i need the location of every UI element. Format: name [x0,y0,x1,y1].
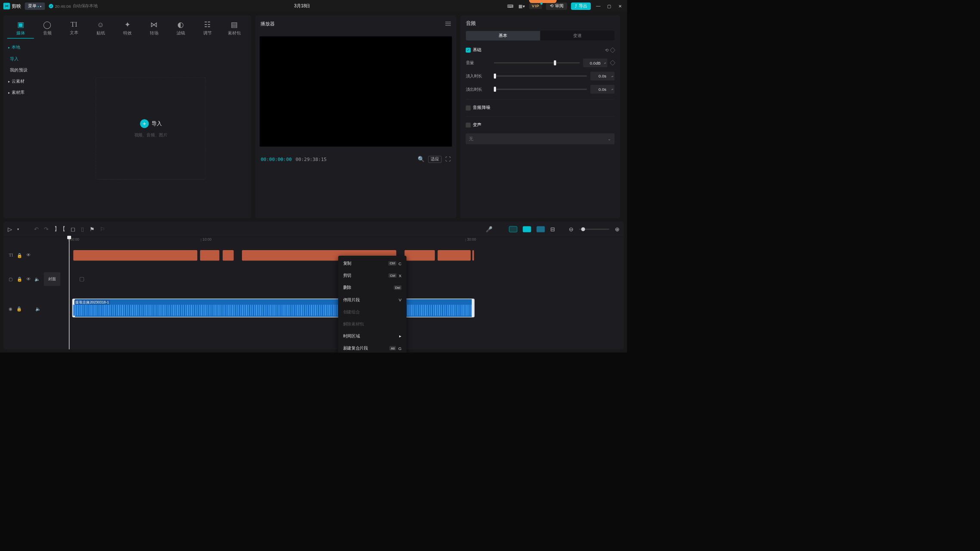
timeline-toolbar: ▷ ▾ ↶ ↷ 】【 ◻ ▯ ⚑ ⚐ 🎤 ⊟ ⊖ ⊕ [3,222,624,237]
mute-icon[interactable]: 🔈 [35,306,41,311]
lock-icon[interactable]: 🔒 [16,306,22,311]
text-clip[interactable] [405,250,435,260]
track-toggle-a[interactable] [509,226,517,232]
reset-icon[interactable]: ⟲ [605,47,608,53]
cursor-tool[interactable]: ▷ [8,226,12,232]
cursor-dropdown[interactable]: ▾ [17,227,19,231]
frame-icon: ▢ [79,276,84,282]
mute-icon[interactable]: 🔈 [34,276,40,282]
sticker-icon: ☺ [97,20,104,29]
tree-local[interactable]: 本地 [3,42,50,53]
tab-sticker[interactable]: ☺贴纸 [87,18,114,38]
inspector-tabs: 基本 变速 [466,31,615,40]
zoom-out-button[interactable]: ⊖ [569,226,574,232]
denoise-label: 音频降噪 [473,105,614,111]
eye-icon[interactable]: 👁 [26,253,31,258]
crop-button[interactable]: ◻ [71,226,75,232]
tab-transition[interactable]: ⋈转场 [141,18,167,38]
align-icon[interactable]: ⊟ [550,226,555,232]
track-toggle-b[interactable] [523,226,531,232]
text-clip[interactable] [200,250,220,260]
project-date: 3月18日 [294,3,310,9]
tree-my-presets[interactable]: 我的预设 [3,65,50,76]
ctx-disable[interactable]: 停用片段 V [338,294,406,306]
eye-icon[interactable]: 👁 [26,277,31,282]
dropdown-icon: ● [37,5,39,8]
menu-label: 菜单 [28,3,36,9]
volume-value[interactable]: 0.0dB▴▾ [583,59,607,67]
tab-audio[interactable]: ◯音频 [34,18,61,38]
text-clip[interactable] [223,250,234,260]
tree-cloud[interactable]: 云素材 [3,76,50,87]
playhead[interactable] [69,237,69,349]
fullscreen-icon[interactable]: ⛶ [445,156,451,163]
text-clip[interactable] [437,250,471,260]
maximize-button[interactable]: ▢ [606,3,613,10]
voice-select[interactable]: 无 ⌄ [466,133,615,145]
keyframe-icon[interactable] [610,60,615,66]
fadeout-value[interactable]: 0.0s▴▾ [590,85,614,93]
split-button[interactable]: 】【 [54,226,65,233]
tab-adjust[interactable]: ☷调节 [194,18,221,38]
ctx-cut[interactable]: 剪切 CtrlX [338,269,406,282]
basic-checkbox[interactable]: ✓ [466,47,471,53]
ctx-delete[interactable]: 删除 Del [338,282,406,294]
tree-library[interactable]: 素材库 [3,87,50,98]
player-viewport[interactable] [260,36,452,146]
keyboard-icon[interactable]: ⌨ [507,3,514,10]
voice-checkbox[interactable] [466,122,471,127]
tab-media[interactable]: ▣媒体 [7,18,34,38]
cover-button[interactable]: 封面 [44,272,60,286]
tool-tabs: ▣媒体 ◯音频 TI文本 ☺贴纸 ✦特效 ⋈转场 ◐滤镜 ☷调节 ▤素材包 [3,15,251,39]
export-button[interactable]: ⤴ 导出 [571,2,591,9]
undo-button[interactable]: ↶ [34,226,39,232]
audio-clip[interactable]: 提取音频20230318-1 [72,299,474,318]
ctx-copy[interactable]: 复制 CtrlC [338,257,406,269]
zoom-in-button[interactable]: ⊕ [615,226,620,232]
ctx-compound[interactable]: 新建复合片段 AltG [338,342,406,353]
delete-left-button[interactable]: ▯ [81,226,84,232]
tab-filter[interactable]: ◐滤镜 [167,18,194,38]
titlebar: ✂ 剪映 菜单 ● ▾ 20:46:06 自动保存本地 3月18日 ⌨ ▦▾ V… [0,0,627,12]
fadein-value[interactable]: 0.0s▴▾ [590,71,614,80]
denoise-checkbox[interactable] [466,105,471,111]
close-button[interactable]: ✕ [617,3,624,10]
fadein-slider[interactable] [494,75,587,77]
minimize-button[interactable]: — [595,3,602,10]
clip-handle-right[interactable] [472,299,474,317]
mic-icon[interactable]: 🎤 [486,226,493,232]
fit-button[interactable]: 适应 [428,156,442,163]
volume-slider[interactable] [494,62,580,64]
tab-package[interactable]: ▤素材包 [221,18,248,38]
ctx-range[interactable]: 时间区域 ▸ [338,330,406,342]
chevron-down-icon: ⌄ [608,136,611,142]
marker-clear-button[interactable]: ⚐ [100,226,105,232]
tab-speed[interactable]: 变速 [540,31,614,40]
vip-badge[interactable]: VIP [529,3,542,9]
player-menu-icon[interactable] [445,22,451,26]
lock-icon[interactable]: 🔒 [17,276,22,282]
lock-icon[interactable]: 🔒 [17,253,22,258]
menu-button[interactable]: 菜单 ● ▾ [25,2,45,9]
review-button[interactable]: ⟲ 审阅 [546,2,567,9]
tab-text[interactable]: TI文本 [61,18,87,38]
keyframe-icon[interactable] [610,47,615,53]
import-dropzone[interactable]: + 导入 视频、音频、图片 [96,77,206,180]
text-clip[interactable] [472,250,474,260]
text-clip[interactable] [73,250,197,260]
marker-button[interactable]: ⚑ [90,226,95,232]
review-icon: ⟲ [550,3,553,9]
redo-button[interactable]: ↷ [44,226,49,232]
timeline-ruler[interactable]: 00:00 10:00 30:00 [68,237,624,243]
zoom-slider[interactable] [579,229,609,230]
track-toggle-c[interactable] [537,226,545,232]
zoom-icon[interactable]: 🔍 [418,156,425,162]
tree-import[interactable]: 导入 [3,53,50,65]
fadeout-slider[interactable] [494,89,587,90]
autosave-text: 自动保存本地 [73,3,98,9]
tab-basic[interactable]: 基本 [466,31,540,40]
plus-icon: + [140,119,149,128]
tab-effect[interactable]: ✦特效 [114,18,141,38]
package-icon: ▤ [231,20,238,29]
layout-icon[interactable]: ▦▾ [518,3,525,10]
